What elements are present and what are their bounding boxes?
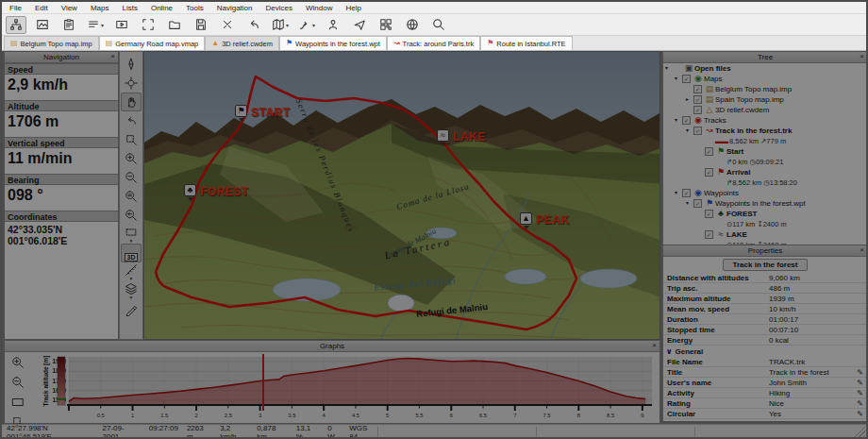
- menu-item[interactable]: File: [9, 4, 22, 12]
- toolbar-button[interactable]: [428, 16, 449, 34]
- menu-item[interactable]: Maps: [91, 4, 109, 12]
- tree-item-label[interactable]: Belgium Topo map.imp: [715, 84, 792, 94]
- tree-expander-icon[interactable]: ▾: [686, 198, 693, 209]
- tree-expander-icon[interactable]: ▾: [675, 74, 682, 84]
- edit-pencil-icon[interactable]: ✎: [852, 379, 863, 387]
- map-tool-button[interactable]: [121, 187, 142, 206]
- menu-item[interactable]: View: [61, 4, 77, 12]
- toolbar-button[interactable]: [164, 16, 185, 34]
- graph-tool-button[interactable]: [8, 374, 28, 390]
- file-tab[interactable]: ▤ Belgium Topo map.imp: [4, 36, 99, 50]
- dropdown-caret-icon[interactable]: ▾: [130, 277, 133, 280]
- menu-item[interactable]: Online: [151, 4, 173, 12]
- tree-row[interactable]: ▾ ✓ ◉ Maps: [663, 74, 867, 84]
- menu-item[interactable]: Navigation: [217, 4, 253, 12]
- menu-item[interactable]: Devices: [266, 4, 292, 12]
- dropdown-caret-icon[interactable]: ▾: [286, 22, 289, 28]
- menu-item[interactable]: Edit: [35, 4, 48, 12]
- dropdown-caret-icon[interactable]: ▾: [101, 22, 104, 28]
- toolbar-button[interactable]: [6, 16, 26, 34]
- navigation-panel-titlebar[interactable]: Navigation ×: [5, 52, 118, 63]
- toolbar-button[interactable]: [323, 16, 343, 34]
- edit-pencil-icon[interactable]: ✎: [852, 399, 863, 408]
- map-tool-button[interactable]: [121, 111, 142, 130]
- track-name-button[interactable]: Track in the forest: [723, 259, 809, 271]
- map-tool-button[interactable]: [121, 300, 142, 319]
- tree-item-label[interactable]: Tracks: [704, 115, 726, 126]
- toolbar-button[interactable]: [138, 16, 159, 34]
- menu-item[interactable]: Tools: [186, 4, 204, 12]
- tree-visibility-checkbox[interactable]: ✓: [682, 116, 691, 125]
- waypoint-marker[interactable]: ♣ FOREST: [184, 184, 196, 196]
- tree-item-label[interactable]: Maps: [704, 74, 723, 84]
- toolbar-button[interactable]: [243, 16, 264, 34]
- tree-row[interactable]: ▾ ✓ ◉ Tracks: [663, 115, 867, 126]
- toolbar-button[interactable]: [217, 16, 238, 34]
- menu-item[interactable]: Lists: [122, 4, 137, 12]
- map-tool-button[interactable]: [121, 168, 142, 187]
- tree-row[interactable]: ✓ ⚑ Arrival ↱8,562 km ◷13:58:20: [663, 167, 867, 188]
- menu-item[interactable]: Help: [345, 4, 360, 12]
- tree-item-label[interactable]: Spain Topo map.imp: [715, 94, 784, 105]
- tree-item-label[interactable]: LAKE: [726, 229, 787, 240]
- toolbar-button[interactable]: ▾: [296, 16, 317, 34]
- tree-expander-icon[interactable]: ▾: [665, 63, 673, 74]
- file-tab[interactable]: ↝ Track: around Paris.trk: [387, 36, 480, 50]
- toolbar-button[interactable]: [349, 16, 370, 34]
- file-tab[interactable]: ⚑ Route in Istanbul.RTE: [480, 36, 572, 50]
- tree-visibility-checkbox[interactable]: ✓: [705, 230, 713, 239]
- tree-visibility-checkbox[interactable]: ✓: [693, 106, 702, 114]
- map-tool-button[interactable]: ▾: [121, 262, 142, 281]
- general-section-header[interactable]: ∨ General: [663, 346, 867, 357]
- tree-visibility-checkbox[interactable]: [673, 64, 681, 73]
- tree-item-label[interactable]: Waypoints in the forest.wpt: [715, 198, 806, 209]
- window-resize-grip[interactable]: [853, 426, 865, 438]
- file-tab[interactable]: ⚑ Waypoints in the forest.wpt: [279, 36, 387, 50]
- tree-row[interactable]: ▾ ▣ Open files: [663, 63, 867, 74]
- tree-item-label[interactable]: Start: [726, 146, 783, 157]
- toolbar-button[interactable]: [111, 16, 132, 34]
- tree-row[interactable]: ✓ ▤ Belgium Topo map.imp: [663, 84, 867, 94]
- tree-visibility-checkbox[interactable]: ✓: [693, 85, 702, 93]
- tree-visibility-checkbox[interactable]: ✓: [693, 95, 702, 104]
- map-tool-button[interactable]: [121, 149, 142, 168]
- tree-panel-titlebar[interactable]: Tree ×: [663, 52, 867, 63]
- toolbar-button[interactable]: ▾: [270, 16, 291, 34]
- tree-visibility-checkbox[interactable]: ✓: [705, 147, 713, 156]
- graphs-panel-titlebar[interactable]: Graphs ×: [5, 341, 659, 352]
- menu-item[interactable]: Window: [306, 4, 332, 12]
- map-tool-button[interactable]: 3D: [121, 244, 142, 262]
- dropdown-caret-icon[interactable]: ▾: [312, 22, 315, 28]
- edit-pencil-icon[interactable]: ✎: [852, 368, 863, 377]
- waypoint-marker[interactable]: ⚑ START: [235, 105, 247, 117]
- graph-tool-button[interactable]: [8, 354, 28, 370]
- map-tool-button[interactable]: [121, 206, 142, 225]
- tree-row[interactable]: ✓ △ 3D relief.cwdem: [663, 105, 867, 115]
- properties-panel-titlebar[interactable]: Properties ×: [663, 245, 867, 257]
- tree-visibility-checkbox[interactable]: ✓: [682, 189, 691, 197]
- tree-item-label[interactable]: FOREST: [726, 209, 787, 219]
- close-icon[interactable]: ×: [652, 341, 657, 349]
- tree-row[interactable]: ✓ ⚑ Start ↱0 km ◷09:09:21: [663, 146, 867, 167]
- map-3d-view[interactable]: Serra de les Perdius Blanques Coma de la…: [143, 51, 660, 340]
- tree-expander-icon[interactable]: ▸: [686, 94, 693, 105]
- tree-expander-icon[interactable]: ▾: [675, 188, 682, 198]
- tree-visibility-checkbox[interactable]: ✓: [682, 75, 691, 83]
- tree-row[interactable]: ▾ ✓ ⚑ Waypoints in the forest.wpt: [663, 198, 867, 209]
- waypoint-marker[interactable]: ▲ PEAK: [520, 212, 532, 225]
- map-tool-button[interactable]: [121, 93, 142, 111]
- toolbar-button[interactable]: [191, 16, 211, 34]
- close-icon[interactable]: ×: [110, 52, 115, 60]
- toolbar-button[interactable]: [32, 16, 53, 34]
- toolbar-button[interactable]: [376, 16, 396, 34]
- tree-visibility-checkbox[interactable]: ✓: [693, 127, 702, 135]
- tree-expander-icon[interactable]: ▾: [686, 126, 693, 136]
- map-tool-button[interactable]: [121, 74, 142, 93]
- tree-item-label[interactable]: 3D relief.cwdem: [715, 105, 769, 115]
- file-tab[interactable]: ▤ Germany Road map.vmap: [99, 36, 206, 50]
- tree-expander-icon[interactable]: ▾: [675, 115, 682, 126]
- close-icon[interactable]: ×: [860, 245, 864, 254]
- waypoint-marker[interactable]: ≈ LAKE: [437, 129, 449, 142]
- tree-visibility-checkbox[interactable]: ✓: [705, 210, 713, 218]
- dropdown-caret-icon[interactable]: ▾: [130, 239, 133, 243]
